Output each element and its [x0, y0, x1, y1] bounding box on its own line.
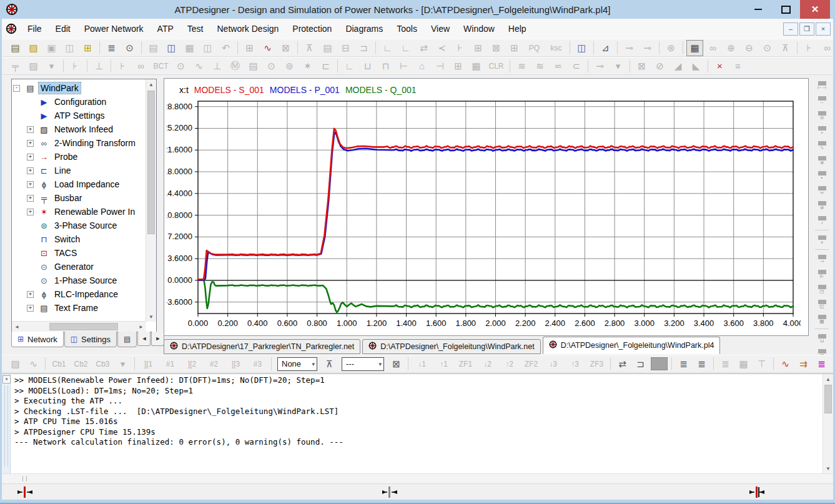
calculator-icon[interactable]: ⊞ — [241, 40, 258, 56]
design-matrix-icon[interactable]: ▦ — [468, 58, 485, 74]
design-bay-icon[interactable]: ∟ — [341, 58, 358, 74]
contact-trip3-icon[interactable]: #3 — [247, 356, 268, 372]
console-grip[interactable]: x — [2, 374, 11, 473]
trip-down3-icon[interactable]: ↓3 — [543, 356, 563, 372]
menu-item-tools[interactable]: Tools — [390, 19, 424, 39]
ruler-plot-icon[interactable]: ⊿ — [597, 40, 614, 56]
mdi-minimize-button[interactable]: – — [783, 22, 798, 36]
vt-node-icon[interactable]: ⊕ — [814, 153, 831, 168]
tree-item-busbar[interactable]: +╤Busbar — [13, 191, 146, 205]
open-file-icon[interactable]: ▨ — [25, 40, 42, 56]
expand-icon[interactable]: + — [27, 126, 34, 133]
table-pq-icon[interactable]: PQ — [524, 40, 545, 56]
vt-pan-a-icon[interactable]: ⊔ — [814, 331, 831, 346]
design-connect-icon[interactable]: ⊣ — [432, 58, 448, 74]
link-dropdown-icon[interactable]: ▾ — [610, 58, 626, 74]
design-tower-icon[interactable]: ⌂ — [413, 58, 430, 74]
tree-item-load-impedance[interactable]: +ϕLoad Impedance — [13, 177, 146, 191]
signal-check-icon[interactable]: ∿ — [25, 356, 42, 372]
comment-icon[interactable]: ⊐ — [355, 40, 372, 56]
vt-marker-b-icon[interactable]: ⊖ — [814, 108, 831, 123]
color-swatch2[interactable] — [651, 357, 668, 370]
line-model-icon[interactable]: ⊏ — [317, 58, 334, 74]
breaker-dropdown-icon[interactable]: ▾ — [114, 356, 131, 372]
contact-close3-icon[interactable]: ][3 — [225, 356, 246, 372]
zoom-corner-icon[interactable]: ⊼ — [777, 40, 794, 56]
voltage-source-icon[interactable]: ⊙ — [172, 58, 189, 74]
plot-canvas[interactable]: 0.0000.2000.4000.6000.8001.0001.2001.400… — [167, 97, 801, 332]
tree-item-rlc-impedance[interactable]: +ϕRLC-Impedance — [13, 287, 146, 301]
zoom-out-icon[interactable]: ⊖ — [741, 40, 758, 56]
curves-icon[interactable]: ∿ — [777, 356, 794, 372]
report-image-icon[interactable]: ⊠ — [277, 40, 294, 56]
network-tree-icon[interactable]: ⊞ — [79, 40, 96, 56]
vt-marker-a-icon[interactable]: ┄ — [814, 93, 831, 108]
palette-icon[interactable]: ≣ — [813, 356, 830, 372]
list-edit-icon[interactable]: ≣ — [693, 356, 710, 372]
tree-scroll-thumb[interactable] — [147, 91, 155, 234]
sidebar-tab-network[interactable]: ⊞Network — [11, 332, 64, 347]
earth-icon[interactable]: ⊥ — [209, 58, 225, 74]
save-all-icon[interactable]: ◫ — [61, 40, 78, 56]
menu-item-window[interactable]: Window — [457, 19, 501, 39]
phase-combo[interactable]: ---▾ — [342, 357, 384, 371]
clear-icon[interactable]: CLR — [486, 58, 506, 74]
measure-off-icon[interactable]: ⊠ — [388, 356, 405, 372]
tree-item-1-phase-source[interactable]: ⊙1-Phase Source — [13, 274, 146, 287]
tree-item-renewable-power-in[interactable]: +✶Renewable Power In — [13, 205, 146, 219]
document-tab[interactable]: D:\ATPDesigner\_Folgeleitung\WindPark.ne… — [362, 339, 540, 354]
source-1ph-icon[interactable]: ⊙ — [263, 58, 280, 74]
copy-icon[interactable]: ◫ — [163, 40, 180, 56]
signal-analysis-icon[interactable]: ∿ — [259, 40, 276, 56]
vt-crosshair-icon[interactable]: + — [814, 123, 831, 138]
design-span-icon[interactable]: ⊢ — [395, 58, 412, 74]
contact-close2-icon[interactable]: ][2 — [182, 356, 202, 372]
tree-item-tacs[interactable]: ⊡TACS — [13, 246, 146, 260]
vt-tag-icon[interactable]: ⊸ — [814, 252, 831, 267]
busbar-icon[interactable]: ╤ — [7, 58, 24, 74]
tools-icon[interactable]: ⊼ — [301, 40, 318, 56]
glasses-icon[interactable]: ∞ — [704, 40, 721, 56]
console-output[interactable]: >> MODELS(Renewable Power Infeed): DT(DF… — [11, 375, 823, 472]
pattern2-icon[interactable]: ▨ — [7, 356, 24, 372]
breaker-cb3-icon[interactable]: Cb3 — [92, 356, 113, 372]
tree-hscroll-thumb[interactable] — [49, 323, 118, 330]
trip-up3-icon[interactable]: ↑3 — [565, 356, 585, 372]
scroll-left-icon[interactable]: ◄ — [12, 322, 22, 332]
route-b-icon[interactable]: ≋ — [531, 58, 548, 74]
design-grid-icon[interactable]: ⊞ — [450, 58, 467, 74]
menu-item-view[interactable]: View — [424, 19, 457, 39]
route-a-icon[interactable]: ≋ — [513, 58, 530, 74]
new-file-icon[interactable]: ▤ — [7, 40, 24, 56]
design-field-icon[interactable]: ⊓ — [377, 58, 394, 74]
trip-down2-icon[interactable]: ↓2 — [477, 356, 498, 372]
table-icon[interactable]: ⊞ — [470, 40, 487, 56]
ground-icon[interactable]: ⊥ — [91, 58, 107, 74]
vt-measure-width-icon[interactable]: ⊢⊣ — [814, 78, 831, 93]
close-button[interactable]: ✕ — [800, 0, 830, 19]
compare-icon[interactable]: ⇄ — [614, 356, 631, 372]
trip-down1-icon[interactable]: ↓1 — [412, 356, 432, 372]
print-preview-icon[interactable]: ⊙ — [121, 40, 138, 56]
paste-new-icon[interactable]: ▤ — [145, 40, 162, 56]
trip-up1-icon[interactable]: ↑1 — [433, 356, 454, 372]
menu-item-power-network[interactable]: Power Network — [77, 19, 151, 39]
probe-current-icon[interactable]: ⊦ — [114, 58, 131, 74]
tree-item-line[interactable]: +⊏Line — [13, 164, 146, 177]
plot-corner-icon[interactable]: ∟ — [379, 40, 396, 56]
tree-item-configuration[interactable]: ▶Configuration — [13, 95, 146, 109]
eraser-icon[interactable]: ⊘ — [651, 58, 668, 74]
console-scroll-thumb[interactable] — [824, 385, 832, 413]
breaker-cb1-icon[interactable]: Cb1 — [49, 356, 69, 372]
expand-icon[interactable]: + — [27, 195, 34, 202]
winding-icon[interactable]: ∞ — [132, 58, 149, 74]
current-transformer-icon[interactable]: BCT — [151, 58, 171, 74]
menu-item-atp[interactable]: ATP — [151, 19, 180, 39]
export-doc-icon[interactable]: ⊤ — [753, 356, 770, 372]
delete-red-icon[interactable]: × — [711, 58, 728, 74]
paste-icon[interactable]: ▦ — [181, 40, 198, 56]
lock-icon[interactable]: ⊠ — [633, 58, 650, 74]
zoom-region-icon[interactable]: ⊙ — [759, 40, 776, 56]
menu-item-help[interactable]: Help — [501, 19, 533, 39]
fill-dropdown-icon[interactable]: ▾ — [43, 58, 60, 74]
